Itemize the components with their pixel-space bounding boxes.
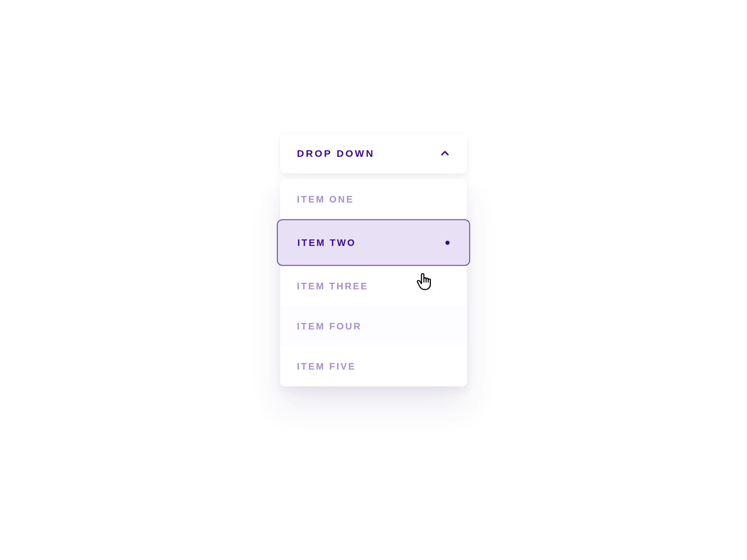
dropdown-list: Item One Item Two Item Three Item Four I… (280, 179, 467, 386)
dropdown-item-label: Item Two (297, 237, 356, 248)
dropdown-item-label: Item Four (297, 321, 362, 331)
dropdown-item[interactable]: Item Five (280, 346, 467, 386)
dropdown-item[interactable]: Item Four (280, 306, 467, 346)
dropdown-item-label: Item Three (297, 280, 368, 291)
dropdown-label: Drop Down (297, 148, 375, 159)
dropdown-toggle[interactable]: Drop Down (280, 133, 467, 174)
chevron-up-icon (440, 148, 450, 159)
dropdown-item[interactable]: Item One (280, 179, 467, 219)
dropdown-item[interactable]: Item Three (280, 266, 467, 306)
dropdown-container: Drop Down Item One Item Two Item Three I… (280, 133, 467, 386)
dropdown-item-label: Item Five (297, 361, 356, 371)
dropdown-item[interactable]: Item Two (277, 219, 470, 266)
dropdown-item-label: Item One (297, 194, 354, 204)
selected-indicator-icon (445, 240, 450, 245)
